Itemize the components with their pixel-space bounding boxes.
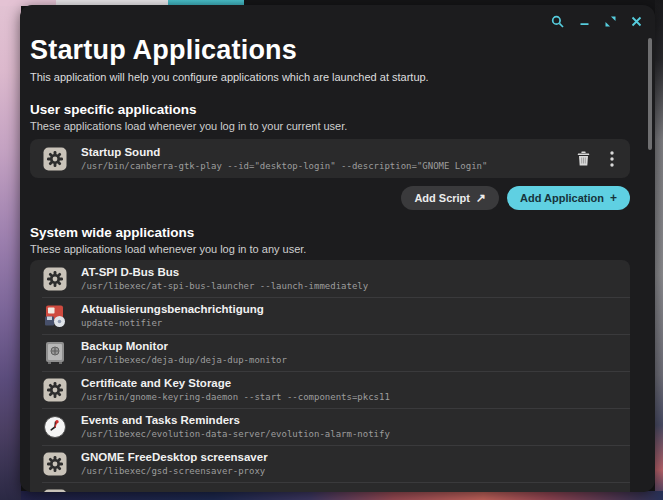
app-row-startup-sound[interactable]: Startup Sound /usr/bin/canberra-gtk-play… xyxy=(30,139,630,178)
app-name: Certificate and Key Storage xyxy=(81,377,390,390)
app-row-text: AT-SPI D-Bus Bus /usr/libexec/at-spi-bus… xyxy=(81,266,368,292)
system-app-list: AT-SPI D-Bus Bus /usr/libexec/at-spi-bus… xyxy=(30,260,630,492)
app-command: /usr/libexec/at-spi-bus-launcher --launc… xyxy=(81,281,368,292)
user-section-heading: User specific applications xyxy=(30,102,630,118)
row-actions xyxy=(577,151,618,167)
updater-icon xyxy=(42,303,68,329)
user-section-description: These applications load whenever you log… xyxy=(30,119,630,133)
app-row-text: Events and Tasks Reminders /usr/libexec/… xyxy=(81,414,390,440)
app-command: update-notifier xyxy=(81,318,264,329)
minimize-icon[interactable] xyxy=(579,16,590,27)
app-name: Aktualisierungsbenachrichtigung xyxy=(81,303,264,316)
app-row[interactable]: Certificate and Key Storage /usr/bin/gno… xyxy=(30,371,630,408)
app-command: /usr/bin/gnome-keyring-daemon --start --… xyxy=(81,392,390,403)
app-command: /usr/libexec/evolution-data-server/evolu… xyxy=(81,429,390,440)
action-buttons: Add Script ↗ Add Application + xyxy=(30,186,630,210)
headerbar xyxy=(20,5,655,31)
gear-icon xyxy=(42,266,68,292)
app-command: /usr/libexec/gsd-screensaver-proxy xyxy=(81,466,268,477)
app-row[interactable]: Backup Monitor /usr/libexec/deja-dup/dej… xyxy=(30,334,630,371)
wallpaper-bottom xyxy=(21,491,663,500)
user-app-list: Startup Sound /usr/bin/canberra-gtk-play… xyxy=(30,139,630,178)
system-section-heading: System wide applications xyxy=(30,225,630,241)
clock-icon xyxy=(42,414,68,440)
app-row[interactable]: Aktualisierungsbenachrichtigung update-n… xyxy=(30,297,630,334)
app-row[interactable]: Events and Tasks Reminders /usr/libexec/… xyxy=(30,408,630,445)
delete-icon[interactable] xyxy=(577,151,590,166)
safe-icon xyxy=(42,340,68,366)
add-script-button[interactable]: Add Script ↗ xyxy=(401,186,499,210)
page-subtitle: This application will help you configure… xyxy=(30,70,630,84)
app-row[interactable]: GNOME RFKill support xyxy=(30,482,630,492)
search-icon[interactable] xyxy=(551,15,564,28)
scrollbar-thumb[interactable] xyxy=(648,38,652,150)
app-row-text: Certificate and Key Storage /usr/bin/gno… xyxy=(81,377,390,403)
window-content: Startup Applications This application wi… xyxy=(20,35,655,492)
unmaximize-icon[interactable] xyxy=(605,16,616,27)
app-name: Events and Tasks Reminders xyxy=(81,414,390,427)
wallpaper-right xyxy=(655,0,663,500)
wallpaper-left xyxy=(0,0,21,500)
gear-icon xyxy=(42,451,68,477)
app-name: AT-SPI D-Bus Bus xyxy=(81,266,368,279)
add-application-button[interactable]: Add Application + xyxy=(507,186,630,210)
app-row-text: Backup Monitor /usr/libexec/deja-dup/dej… xyxy=(81,340,287,366)
gear-icon xyxy=(42,488,68,493)
app-name: Startup Sound xyxy=(81,146,487,159)
app-command: /usr/libexec/deja-dup/deja-dup-monitor xyxy=(81,355,287,366)
app-row-text: Startup Sound /usr/bin/canberra-gtk-play… xyxy=(81,146,487,172)
app-row-text: GNOME FreeDesktop screensaver /usr/libex… xyxy=(81,451,268,477)
app-command: /usr/bin/canberra-gtk-play --id="desktop… xyxy=(81,161,487,172)
external-arrow-icon: ↗ xyxy=(476,191,486,205)
gear-icon xyxy=(42,146,68,172)
page-title: Startup Applications xyxy=(30,35,630,65)
close-icon[interactable] xyxy=(631,16,642,27)
more-menu-icon[interactable] xyxy=(610,151,614,167)
startup-applications-window: Startup Applications This application wi… xyxy=(20,5,655,492)
add-script-label: Add Script xyxy=(414,192,470,204)
window-controls xyxy=(551,15,642,28)
app-name: Backup Monitor xyxy=(81,340,287,353)
add-application-label: Add Application xyxy=(520,192,604,204)
app-row[interactable]: GNOME FreeDesktop screensaver /usr/libex… xyxy=(30,445,630,482)
plus-icon: + xyxy=(610,191,617,205)
app-name: GNOME FreeDesktop screensaver xyxy=(81,451,268,464)
app-row[interactable]: AT-SPI D-Bus Bus /usr/libexec/at-spi-bus… xyxy=(30,260,630,297)
app-row-text: Aktualisierungsbenachrichtigung update-n… xyxy=(81,303,264,329)
gear-icon xyxy=(42,377,68,403)
system-section-description: These applications load whenever you log… xyxy=(30,242,630,256)
